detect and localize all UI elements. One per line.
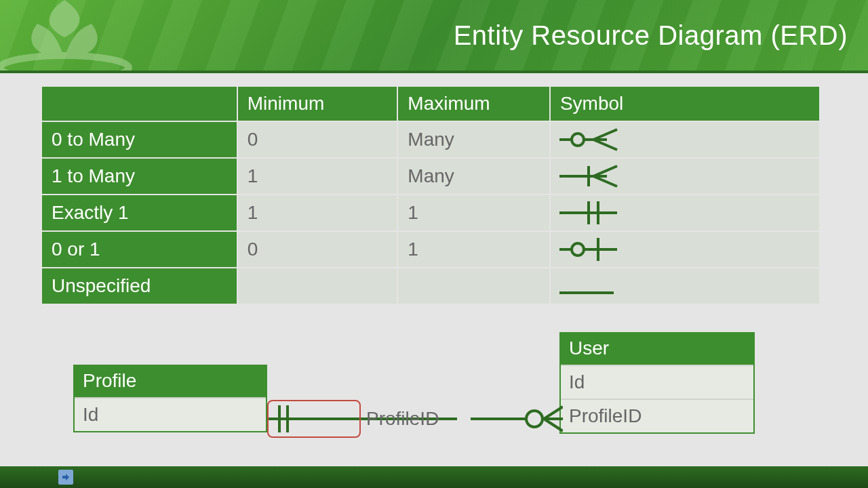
table-row: Unspecified	[42, 268, 819, 304]
erd-diagram: Profile Id User Id ProfileID ProfileID	[41, 332, 827, 468]
entity-attr: ProfileID	[561, 399, 753, 432]
svg-point-20	[526, 411, 542, 427]
one-to-many-icon	[556, 163, 624, 190]
table-row: Exactly 1 1 1	[42, 195, 819, 230]
zero-to-many-icon	[556, 126, 624, 153]
row-label: 0 to Many	[42, 122, 237, 157]
col-maximum: Maximum	[398, 87, 549, 121]
entity-attr: Id	[75, 397, 266, 431]
cell-min: 1	[238, 159, 397, 194]
cell-min: 1	[238, 195, 397, 230]
cell-min	[238, 268, 397, 304]
cell-symbol	[551, 159, 819, 194]
highlight-box	[267, 400, 361, 438]
exactly-one-icon	[556, 199, 624, 226]
unspecified-icon	[556, 272, 624, 300]
svg-line-4	[593, 140, 617, 150]
slide-title: Entity Resource Diagram (ERD)	[454, 20, 848, 51]
col-symbol: Symbol	[551, 87, 819, 121]
taskbar-slot[interactable]	[5, 470, 19, 484]
cardinality-table: Minimum Maximum Symbol 0 to Many 0 Many	[41, 85, 821, 305]
svg-line-7	[593, 166, 617, 176]
entity-attr: Id	[561, 365, 753, 399]
svg-point-13	[572, 243, 584, 256]
fk-label: ProfileID	[366, 408, 439, 430]
cell-min: 0	[238, 122, 397, 157]
svg-point-0	[0, 56, 129, 73]
row-label: 1 to Many	[42, 159, 237, 194]
table-row: 0 or 1 0 1	[42, 232, 819, 267]
cell-max: Many	[398, 159, 549, 194]
table-row: 0 to Many 0 Many	[42, 122, 819, 157]
slide-header: Entity Resource Diagram (ERD)	[0, 0, 868, 73]
row-label: 0 or 1	[42, 232, 237, 267]
cell-symbol	[551, 268, 819, 304]
entity-profile: Profile Id	[73, 365, 267, 432]
entity-user: User Id ProfileID	[559, 332, 755, 434]
cell-max: 1	[398, 232, 549, 267]
taskbar-slot[interactable]	[41, 470, 54, 484]
col-blank	[42, 87, 237, 121]
cell-symbol	[551, 195, 819, 230]
zero-or-one-icon	[556, 236, 624, 263]
entity-header: User	[561, 333, 753, 365]
slide-content: Minimum Maximum Symbol 0 to Many 0 Many	[0, 73, 868, 468]
svg-point-2	[572, 134, 584, 146]
taskbar-slot[interactable]	[23, 470, 37, 484]
arrow-right-icon[interactable]	[58, 470, 73, 485]
svg-line-3	[593, 129, 617, 140]
brand-logo	[0, 0, 136, 73]
col-minimum: Minimum	[238, 87, 397, 121]
entity-header: Profile	[75, 366, 266, 397]
taskbar	[0, 466, 868, 488]
row-label: Unspecified	[42, 268, 237, 304]
row-label: Exactly 1	[42, 195, 237, 230]
cell-symbol	[551, 232, 819, 267]
cell-max: 1	[398, 195, 549, 230]
svg-line-8	[593, 176, 617, 186]
cell-min: 0	[238, 232, 397, 267]
cell-max: Many	[398, 122, 549, 157]
cell-symbol	[551, 122, 819, 157]
table-row: 1 to Many 1 Many	[42, 159, 819, 194]
cell-max	[398, 268, 549, 304]
